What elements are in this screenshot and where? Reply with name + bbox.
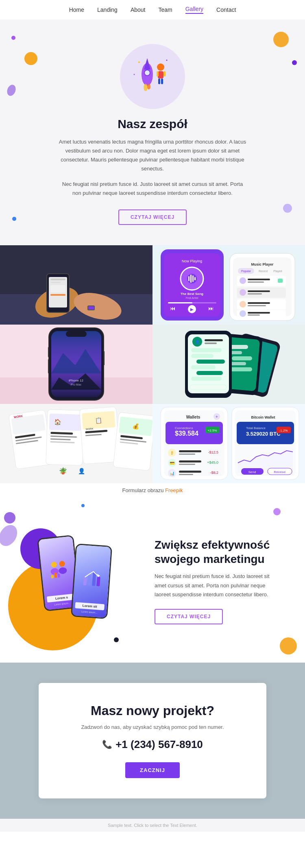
svg-text:+$45.0: +$45.0	[207, 460, 218, 465]
svg-rect-178	[83, 578, 87, 585]
svg-rect-56	[278, 279, 283, 283]
nav-gallery[interactable]: Gallery	[185, 6, 203, 14]
svg-point-171	[51, 561, 57, 567]
nav-landing[interactable]: Landing	[97, 7, 118, 13]
svg-rect-67	[248, 312, 270, 314]
svg-text:+2.5%: +2.5%	[208, 429, 217, 432]
nav-about[interactable]: About	[131, 7, 146, 13]
dot-blue-1	[81, 504, 85, 507]
svg-rect-177	[57, 573, 60, 578]
svg-text:₿: ₿	[171, 451, 173, 455]
cta-phone-number: +1 (234) 567-8910	[115, 738, 203, 751]
nav-home[interactable]: Home	[69, 7, 84, 13]
svg-text:Total Balance: Total Balance	[246, 426, 266, 430]
svg-text:+: +	[216, 414, 218, 419]
svg-rect-8	[157, 71, 159, 76]
dot-decor-3	[12, 217, 16, 221]
svg-point-5	[147, 84, 150, 89]
svg-rect-147	[179, 454, 195, 455]
svg-rect-36	[194, 277, 196, 280]
svg-rect-180	[92, 572, 96, 585]
svg-rect-33	[188, 276, 190, 281]
navigation: Home Landing About Team Gallery Contact	[0, 0, 305, 20]
svg-rect-81	[103, 351, 105, 365]
svg-rect-146	[179, 450, 201, 452]
gallery-img-1-svg	[0, 245, 152, 325]
svg-point-6	[157, 63, 164, 71]
svg-rect-22	[50, 285, 65, 292]
svg-rect-181	[96, 576, 100, 586]
svg-text:-$12.5: -$12.5	[208, 450, 218, 454]
svg-text:📋: 📋	[95, 417, 102, 424]
svg-text:The Best Song: The Best Song	[181, 292, 203, 296]
hero-section: Nasz zespół Amet luctus venenatis lectus…	[0, 20, 305, 245]
freepik-link[interactable]: Freepik	[165, 487, 183, 493]
cta-button[interactable]: ZACZNIJ	[125, 762, 180, 778]
svg-text:First Artist: First Artist	[185, 297, 198, 299]
hero-description-1: Amet luctus venenatis lectus magna fring…	[55, 137, 250, 173]
svg-rect-97	[205, 342, 217, 344]
hero-illustration	[120, 44, 185, 109]
gallery-grid: Now Playing The Best Song First Artist	[0, 245, 305, 483]
svg-text:📊: 📊	[170, 471, 175, 476]
marketing-cta-button[interactable]: CZYTAJ WIĘCEJ	[155, 609, 223, 624]
gallery-item-6[interactable]: Wallets + Connections $39.584 +2.5% ₿ -$…	[152, 404, 305, 483]
phone-1-illustration	[47, 557, 70, 579]
svg-text:-$8.2: -$8.2	[210, 471, 218, 475]
cta-subtitle: Zadzwoń do nas, aby uzyskać szybką pomoc…	[55, 724, 250, 730]
cta-phone-row: 📞 +1 (234) 567-8910	[55, 738, 250, 751]
svg-marker-2	[144, 58, 150, 70]
svg-point-12	[138, 61, 140, 63]
svg-point-53	[240, 277, 246, 284]
blob-orange-1	[280, 637, 297, 654]
gallery-item-5[interactable]: WORK 🏠 📋 WORK	[0, 404, 152, 483]
gallery-img-5-svg: WORK 🏠 📋 WORK	[0, 404, 152, 483]
svg-text:🏠: 🏠	[54, 419, 61, 426]
svg-point-4	[144, 84, 148, 91]
svg-rect-104	[190, 385, 227, 390]
svg-rect-179	[87, 574, 92, 585]
svg-rect-59	[248, 290, 270, 292]
hero-description-2: Nec feugiat nisl pretium fusce id. Justo…	[59, 180, 246, 198]
nav-contact[interactable]: Contact	[216, 7, 236, 13]
svg-text:$39.584: $39.584	[175, 430, 198, 437]
svg-rect-23	[50, 294, 65, 296]
svg-text:Now Playing: Now Playing	[182, 259, 202, 263]
svg-text:Connections: Connections	[175, 426, 193, 430]
phone-sublabel-2: Lorem ipsum...	[75, 610, 104, 614]
svg-point-58	[240, 289, 246, 296]
blob-left	[6, 83, 17, 97]
svg-point-3	[144, 70, 150, 76]
gallery-item-1[interactable]	[0, 245, 152, 325]
cta-card: Masz nowy projekt? Zadzwoń do nas, aby u…	[39, 683, 266, 798]
phone-mockup-right: Lorem sit Lorem ipsum...	[71, 543, 112, 619]
gallery-item-3[interactable]: iPhone 12 Pro Max	[0, 325, 152, 404]
gallery-item-2[interactable]: Now Playing The Best Song First Artist	[152, 245, 305, 325]
svg-rect-80	[48, 359, 49, 373]
svg-rect-101	[191, 365, 216, 369]
svg-text:💳: 💳	[170, 460, 175, 466]
svg-rect-102	[196, 371, 223, 375]
cta-title: Masz nowy projekt?	[55, 703, 250, 718]
svg-rect-34	[190, 275, 192, 283]
svg-text:Bitcoin Wallet: Bitcoin Wallet	[251, 415, 275, 419]
svg-text:Played: Played	[273, 270, 282, 273]
svg-text:⏮: ⏮	[170, 305, 176, 312]
svg-rect-98	[191, 348, 222, 352]
dot-decor-2	[24, 52, 37, 65]
svg-text:🪴: 🪴	[59, 467, 67, 475]
svg-text:-1.2%: -1.2%	[279, 429, 288, 432]
phone-icon: 📞	[102, 739, 112, 749]
hero-cta-button[interactable]: CZYTAJ WIĘCEJ	[118, 209, 187, 225]
nav-team[interactable]: Team	[158, 7, 172, 13]
marketing-title: Zwiększ efektywność swojego marketingu	[155, 538, 281, 566]
svg-rect-151	[179, 460, 201, 462]
dot-decor-4	[273, 32, 289, 47]
gallery-item-4[interactable]: 👤	[152, 325, 305, 404]
gallery-caption: Formularz obrazu Freepik	[0, 483, 305, 500]
svg-rect-63	[248, 302, 270, 304]
svg-rect-99	[191, 354, 214, 358]
svg-text:iPhone 12: iPhone 12	[69, 379, 84, 382]
svg-rect-100	[196, 360, 225, 364]
cta-section: Masz nowy projekt? Zadzwoń do nas, aby u…	[0, 663, 305, 819]
